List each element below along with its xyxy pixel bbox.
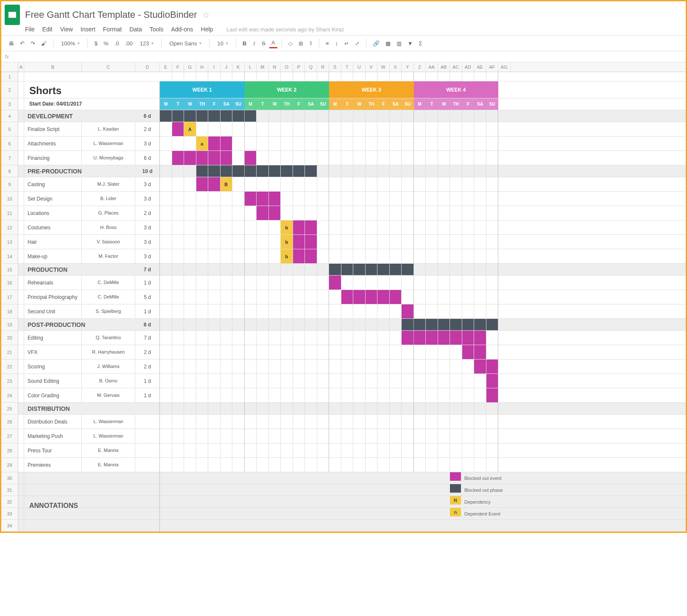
day-cell[interactable] bbox=[486, 220, 499, 234]
day-cell[interactable] bbox=[305, 403, 317, 414]
day-cell[interactable] bbox=[438, 360, 450, 374]
day-cell[interactable] bbox=[232, 458, 245, 472]
day-cell[interactable] bbox=[390, 360, 402, 374]
row-header[interactable]: 10 bbox=[1, 192, 18, 206]
day-cell[interactable] bbox=[269, 137, 281, 151]
day-cell[interactable] bbox=[172, 290, 184, 304]
day-cell[interactable] bbox=[341, 331, 354, 345]
day-cell[interactable] bbox=[462, 192, 475, 206]
day-cell[interactable] bbox=[414, 137, 426, 151]
day-cell[interactable] bbox=[426, 415, 438, 429]
day-cell[interactable] bbox=[221, 319, 233, 330]
day-cell[interactable] bbox=[293, 360, 305, 374]
day-cell[interactable] bbox=[160, 345, 172, 359]
day-cell[interactable] bbox=[221, 206, 233, 220]
day-cell[interactable] bbox=[293, 122, 305, 136]
day-cell[interactable] bbox=[184, 235, 196, 249]
day-cell[interactable] bbox=[377, 110, 390, 122]
day-cell[interactable] bbox=[341, 403, 354, 414]
day-cell[interactable] bbox=[353, 192, 366, 206]
day-cell[interactable] bbox=[438, 388, 450, 402]
day-cell[interactable] bbox=[208, 110, 221, 122]
day-cell[interactable] bbox=[353, 403, 366, 414]
day-cell[interactable] bbox=[329, 388, 341, 402]
day-cell[interactable] bbox=[208, 235, 221, 249]
day-cell[interactable] bbox=[474, 443, 486, 457]
day-cell[interactable] bbox=[329, 458, 341, 472]
day-cell[interactable] bbox=[390, 443, 402, 457]
day-cell[interactable] bbox=[462, 264, 475, 275]
day-cell[interactable] bbox=[245, 110, 257, 122]
day-cell[interactable] bbox=[172, 415, 184, 429]
day-cell[interactable] bbox=[450, 110, 462, 122]
day-cell[interactable] bbox=[450, 429, 462, 443]
day-cell[interactable] bbox=[221, 192, 233, 206]
day-cell[interactable] bbox=[438, 235, 450, 249]
day-cell[interactable] bbox=[317, 177, 330, 191]
day-cell[interactable] bbox=[317, 151, 330, 165]
day-cell[interactable] bbox=[208, 151, 221, 165]
day-cell[interactable] bbox=[221, 403, 233, 414]
column-header-A[interactable]: A bbox=[18, 62, 24, 72]
day-cell[interactable] bbox=[196, 206, 209, 220]
day-cell[interactable] bbox=[232, 206, 245, 220]
day-cell[interactable] bbox=[293, 151, 305, 165]
day-cell[interactable] bbox=[341, 122, 354, 136]
day-cell[interactable] bbox=[450, 360, 462, 374]
day-cell[interactable] bbox=[196, 374, 209, 388]
day-cell[interactable] bbox=[281, 276, 293, 290]
day-cell[interactable] bbox=[208, 165, 221, 177]
day-cell[interactable] bbox=[232, 319, 245, 330]
day-cell[interactable] bbox=[196, 360, 209, 374]
day-cell[interactable] bbox=[281, 72, 293, 81]
column-header-X[interactable]: X bbox=[390, 62, 402, 72]
day-cell[interactable] bbox=[474, 249, 486, 263]
day-cell[interactable] bbox=[438, 276, 450, 290]
day-cell[interactable] bbox=[426, 137, 438, 151]
day-cell[interactable] bbox=[269, 345, 281, 359]
day-cell[interactable] bbox=[329, 151, 341, 165]
day-cell[interactable] bbox=[426, 429, 438, 443]
day-cell[interactable] bbox=[196, 415, 209, 429]
day-cell[interactable] bbox=[221, 165, 233, 177]
day-cell[interactable] bbox=[232, 235, 245, 249]
day-cell[interactable] bbox=[196, 276, 209, 290]
text-rotate-icon[interactable]: ⤢ bbox=[353, 39, 362, 48]
day-cell[interactable] bbox=[329, 192, 341, 206]
row-header[interactable]: 22 bbox=[1, 360, 18, 374]
day-cell[interactable] bbox=[329, 206, 341, 220]
row-header[interactable]: 29 bbox=[1, 458, 18, 472]
day-cell[interactable] bbox=[196, 429, 209, 443]
row-header[interactable]: 19 bbox=[1, 319, 18, 330]
day-cell[interactable] bbox=[196, 151, 209, 165]
day-cell[interactable] bbox=[281, 290, 293, 304]
day-cell[interactable] bbox=[390, 319, 402, 330]
number-format-dropdown[interactable]: 123 bbox=[137, 39, 157, 48]
day-cell[interactable] bbox=[474, 264, 486, 275]
day-cell[interactable] bbox=[341, 345, 354, 359]
day-cell[interactable] bbox=[414, 374, 426, 388]
functions-icon[interactable]: Σ bbox=[417, 39, 424, 48]
column-header-J[interactable]: J bbox=[221, 62, 233, 72]
day-cell[interactable] bbox=[486, 165, 499, 177]
day-cell[interactable] bbox=[196, 249, 209, 263]
day-cell[interactable] bbox=[257, 276, 269, 290]
day-cell[interactable] bbox=[366, 220, 378, 234]
menu-edit[interactable]: Edit bbox=[42, 26, 53, 33]
day-cell[interactable] bbox=[377, 220, 390, 234]
day-cell[interactable] bbox=[450, 276, 462, 290]
day-cell[interactable] bbox=[329, 331, 341, 345]
day-cell[interactable] bbox=[208, 304, 221, 318]
day-cell[interactable] bbox=[366, 264, 378, 275]
day-cell[interactable] bbox=[486, 177, 499, 191]
day-cell[interactable] bbox=[317, 110, 330, 122]
day-cell[interactable] bbox=[305, 235, 317, 249]
day-cell[interactable] bbox=[366, 304, 378, 318]
day-cell[interactable] bbox=[390, 458, 402, 472]
day-cell[interactable] bbox=[172, 177, 184, 191]
day-cell[interactable] bbox=[377, 429, 390, 443]
day-cell[interactable] bbox=[402, 403, 414, 414]
day-cell[interactable] bbox=[305, 276, 317, 290]
day-cell[interactable] bbox=[353, 110, 366, 122]
day-cell[interactable] bbox=[317, 165, 330, 177]
